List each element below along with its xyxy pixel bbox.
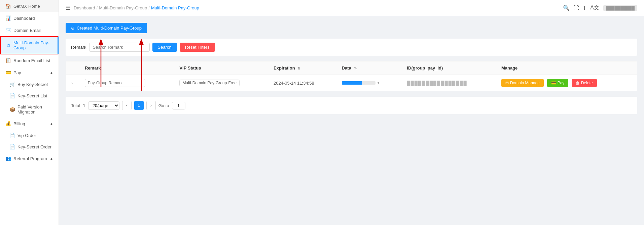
sidebar-label-random-email: Random Email List xyxy=(13,58,50,63)
topbar: ☰ Dashboard / Multi-Domain Pay-Group / M… xyxy=(59,0,644,16)
breadcrumb-sep-2: / xyxy=(148,5,150,10)
text-size-icon[interactable]: T xyxy=(583,5,586,11)
sidebar-section-pay-label: Pay xyxy=(13,70,21,75)
reset-filters-button[interactable]: Reset Filters xyxy=(180,43,215,52)
hamburger-icon[interactable]: ☰ xyxy=(66,5,70,11)
delete-label: Delete xyxy=(581,81,593,85)
page-size-select[interactable]: 20/page 50/page 100/page xyxy=(88,101,119,110)
filter-bar: Remark Search Reset Filters xyxy=(66,39,637,56)
pay-button[interactable]: 💳 Pay xyxy=(547,79,569,87)
sidebar-item-multi-domain[interactable]: 🖥 Multi-Domain Pay-Group xyxy=(0,36,59,54)
sidebar-item-vip-order[interactable]: 📄 Vip Order xyxy=(0,130,59,141)
billing-icon: 💰 xyxy=(5,121,11,126)
create-button-label: Created Multi-Domain Pay-Group xyxy=(77,26,142,31)
main-area: ☰ Dashboard / Multi-Domain Pay-Group / M… xyxy=(59,0,644,225)
delete-button[interactable]: 🗑 Delete xyxy=(572,79,597,87)
data-bar-icon: ▼ xyxy=(377,81,380,85)
search-button[interactable]: Search xyxy=(152,43,177,52)
sidebar-item-getmx-home[interactable]: 🏠 GetMX Home xyxy=(0,0,59,12)
breadcrumb-dashboard[interactable]: Dashboard xyxy=(74,5,95,10)
next-page-button[interactable]: › xyxy=(146,101,156,110)
referral-icon: 👥 xyxy=(5,156,11,161)
sidebar-label-paid-version-migration: Paid Version Migration xyxy=(17,104,53,115)
expiration-label: Expiration xyxy=(274,65,295,71)
email-icon: ✉️ xyxy=(5,28,11,33)
sidebar-label-key-secret-order: Key-Secret Order xyxy=(17,144,51,149)
row-remark-input[interactable] xyxy=(85,79,145,87)
chevron-up-icon: ▲ xyxy=(50,71,53,75)
create-icon: ⊕ xyxy=(71,26,75,31)
pagination-bar: Total 1 20/page 50/page 100/page ‹ 1 › G… xyxy=(66,97,637,114)
row-manage-cell: ✉ Domain Manage 💳 Pay 🗑 Delete xyxy=(496,75,637,91)
topbar-left: ☰ Dashboard / Multi-Domain Pay-Group / M… xyxy=(66,5,199,11)
vip-status-tag: Multi-Domain Pay-Group-Free xyxy=(179,80,240,86)
sidebar-item-key-secret-order[interactable]: 📄 Key-Secret Order xyxy=(0,141,59,152)
key-list-icon: 📄 xyxy=(9,93,15,98)
sidebar-label-buy-key-secret: Buy Key-Secret xyxy=(17,82,48,87)
expiration-sort-icon: ⇅ xyxy=(297,66,300,70)
sidebar-item-dashboard[interactable]: 📊 Dashboard xyxy=(0,12,59,24)
user-avatar: ██████████ xyxy=(603,5,637,11)
group-pay-id-value: ████████████████ xyxy=(407,81,467,86)
domain-manage-icon: ✉ xyxy=(505,81,509,85)
sidebar-section-referral[interactable]: 👥 Referral Program ▲ xyxy=(0,152,59,165)
sidebar-label-getmx-home: GetMX Home xyxy=(13,4,40,9)
buy-icon: 🛒 xyxy=(9,82,15,87)
sidebar-item-key-secret-list[interactable]: 📄 Key-Secret List xyxy=(0,90,59,101)
sidebar-label-key-secret-list: Key-Secret List xyxy=(17,93,47,98)
page-1-button[interactable]: 1 xyxy=(134,101,144,110)
data-progress-bar xyxy=(342,81,375,85)
prev-page-button[interactable]: ‹ xyxy=(122,101,132,110)
sidebar-label-domain-email: Domain Email xyxy=(13,28,41,33)
sidebar-section-pay[interactable]: 💳 Pay ▲ xyxy=(0,66,59,79)
sidebar-label-dashboard: Dashboard xyxy=(13,16,35,21)
translate-icon[interactable]: A文 xyxy=(590,4,599,11)
total-label: Total xyxy=(71,103,80,108)
sidebar: 🏠 GetMX Home 📊 Dashboard ✉️ Domain Email… xyxy=(0,0,59,225)
dashboard-icon: 📊 xyxy=(5,15,11,21)
chevron-up-icon-3: ▲ xyxy=(50,157,53,161)
expand-row-button[interactable]: › xyxy=(71,81,73,86)
table-header-row: Remark VIP Status Expiration ⇅ Data ⇅ ID… xyxy=(66,61,637,75)
key-order-icon: 📄 xyxy=(9,144,15,149)
goto-page-input[interactable] xyxy=(172,102,185,109)
pay-label: Pay xyxy=(558,81,565,85)
row-group-pay-id-cell: ████████████████ xyxy=(401,75,496,91)
sidebar-item-domain-email[interactable]: ✉️ Domain Email xyxy=(0,24,59,36)
vip-order-icon: 📄 xyxy=(9,133,15,138)
migration-icon: 📦 xyxy=(9,107,15,112)
data-label: Data xyxy=(342,65,351,71)
col-data[interactable]: Data ⇅ xyxy=(336,61,402,75)
pay-icon: 💳 xyxy=(551,81,556,85)
row-expand-cell[interactable]: › xyxy=(66,75,79,91)
sidebar-section-referral-label: Referral Program xyxy=(13,156,47,161)
delete-icon: 🗑 xyxy=(576,81,580,85)
sidebar-label-vip-order: Vip Order xyxy=(17,133,36,138)
create-button[interactable]: ⊕ Created Multi-Domain Pay-Group xyxy=(66,23,147,33)
pay-section-icon: 💳 xyxy=(5,70,11,75)
topbar-right: 🔍 ⛶ T A文 ██████████ xyxy=(563,4,637,11)
sidebar-section-billing-label: Billing xyxy=(13,121,25,126)
domain-manage-button[interactable]: ✉ Domain Manage xyxy=(501,79,544,87)
breadcrumb: Dashboard / Multi-Domain Pay-Group / Mul… xyxy=(74,5,199,10)
total-count: 1 xyxy=(83,103,85,108)
remark-search-input[interactable] xyxy=(89,43,150,52)
sidebar-item-random-email[interactable]: 📋 Random Email List xyxy=(0,54,59,66)
sidebar-item-paid-version-migration[interactable]: 📦 Paid Version Migration xyxy=(0,101,59,118)
sidebar-item-buy-key-secret[interactable]: 🛒 Buy Key-Secret xyxy=(0,79,59,90)
domain-manage-label: Domain Manage xyxy=(510,81,540,85)
breadcrumb-multi-domain[interactable]: Multi-Domain Pay-Group xyxy=(99,5,147,10)
home-icon: 🏠 xyxy=(5,3,11,9)
data-progress-fill xyxy=(342,81,362,85)
sidebar-label-multi-domain: Multi-Domain Pay-Group xyxy=(13,40,52,50)
remark-label: Remark xyxy=(71,45,86,50)
row-remark-cell xyxy=(79,75,174,91)
col-expiration[interactable]: Expiration ⇅ xyxy=(268,61,336,75)
fullscreen-icon[interactable]: ⛶ xyxy=(574,5,579,11)
breadcrumb-sep-1: / xyxy=(97,5,98,10)
search-icon[interactable]: 🔍 xyxy=(563,5,570,11)
col-vip-status: VIP Status xyxy=(174,61,268,75)
data-sort-icon: ⇅ xyxy=(354,66,357,70)
row-vip-status-cell: Multi-Domain Pay-Group-Free xyxy=(174,75,268,91)
sidebar-section-billing[interactable]: 💰 Billing ▲ xyxy=(0,118,59,130)
